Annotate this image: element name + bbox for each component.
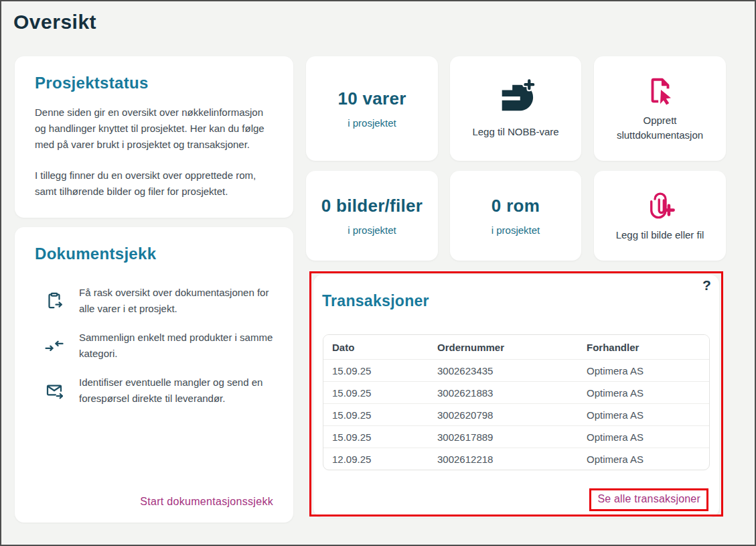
nobb-logo-plus-icon <box>494 78 538 117</box>
cell-order-number: 3002620798 <box>437 403 587 425</box>
create-final-documentation-label: Opprett sluttdokumentasjon <box>594 113 726 143</box>
table-row: 15.09.25 3002621883 Optimera AS <box>323 381 709 403</box>
cell-date: 15.09.25 <box>323 425 437 448</box>
cell-order-number: 3002612218 <box>437 448 587 470</box>
transactions-table: Dato Ordernummer Forhandler 15.09.25 300… <box>323 334 710 470</box>
cell-date: 12.09.25 <box>323 448 437 470</box>
varer-caption: i prosjektet <box>348 117 396 129</box>
list-item-text: Sammenlign enkelt med produkter i samme … <box>79 330 273 362</box>
column-header-dato: Dato <box>323 335 437 359</box>
document-arrow-cursor-icon <box>645 75 676 106</box>
cell-dealer: Optimera AS <box>587 448 709 470</box>
page-title: Oversikt <box>13 11 96 33</box>
project-status-paragraph-1: Denne siden gir en oversikt over nøkkeli… <box>35 105 273 153</box>
cell-order-number: 3002617889 <box>437 425 587 448</box>
rom-stat-tile[interactable]: 0 rom i prosjektet <box>450 171 581 261</box>
project-status-card: Prosjektstatus Denne siden gir en oversi… <box>15 56 293 218</box>
create-final-documentation-tile[interactable]: Opprett sluttdokumentasjon <box>594 56 726 161</box>
help-icon[interactable]: ? <box>702 277 711 293</box>
compare-arrows-icon <box>44 336 64 356</box>
see-all-transactions-link[interactable]: Se alle transaksjoner <box>597 493 700 504</box>
bilder-filer-stat-tile[interactable]: 0 bilder/filer i prosjektet <box>306 171 438 261</box>
document-check-heading: Dokumentsjekk <box>35 245 273 263</box>
table-row: 12.09.25 3002612218 Optimera AS <box>323 448 709 470</box>
table-row: 15.09.25 3002617889 Optimera AS <box>323 425 709 448</box>
start-document-check-link[interactable]: Start dokumentasjonssjekk <box>140 496 273 508</box>
clipboard-export-icon <box>44 291 64 311</box>
transactions-heading: Transaksjoner <box>322 292 429 310</box>
rom-count: 0 rom <box>492 196 540 216</box>
document-check-list: Få rask oversikt over dokumentasjonen fo… <box>44 285 273 407</box>
varer-count: 10 varer <box>337 88 406 109</box>
cell-dealer: Optimera AS <box>587 403 709 425</box>
paperclip-plus-icon <box>646 190 675 220</box>
add-image-or-file-tile[interactable]: Legg til bilde eller fil <box>594 171 726 261</box>
bilder-filer-count: 0 bilder/filer <box>321 196 423 216</box>
document-check-card: Dokumentsjekk Få rask oversikt over doku… <box>15 227 293 523</box>
table-row: 15.09.25 3002623435 Optimera AS <box>323 359 709 381</box>
cell-dealer: Optimera AS <box>587 425 709 448</box>
cell-order-number: 3002623435 <box>437 359 587 381</box>
cell-date: 15.09.25 <box>323 381 437 403</box>
list-item-text: Få rask oversikt over dokumentasjonen fo… <box>79 285 273 317</box>
column-header-ordernummer: Ordernummer <box>437 335 587 359</box>
rom-caption: i prosjektet <box>492 224 540 236</box>
add-image-or-file-label: Legg til bilde eller fil <box>607 228 714 243</box>
project-status-paragraph-2: I tillegg finner du en oversikt over opp… <box>35 167 273 200</box>
envelope-send-icon <box>44 381 64 401</box>
column-header-forhandler: Forhandler <box>587 335 709 359</box>
add-nobb-vare-tile[interactable]: Legg til NOBB-vare <box>450 56 581 161</box>
add-nobb-vare-label: Legg til NOBB-vare <box>463 125 568 139</box>
cell-dealer: Optimera AS <box>587 381 709 403</box>
see-all-transactions-annotation-box: Se alle transaksjoner <box>589 488 708 511</box>
cell-order-number: 3002621883 <box>437 381 587 403</box>
cell-dealer: Optimera AS <box>587 359 709 381</box>
cell-date: 15.09.25 <box>323 403 437 425</box>
cell-date: 15.09.25 <box>323 359 437 381</box>
table-header-row: Dato Ordernummer Forhandler <box>323 335 709 359</box>
table-row: 15.09.25 3002620798 Optimera AS <box>323 403 709 425</box>
varer-stat-tile[interactable]: 10 varer i prosjektet <box>306 56 438 161</box>
list-item: Sammenlign enkelt med produkter i samme … <box>44 330 273 362</box>
overview-page: Oversikt Prosjektstatus Denne siden gir … <box>0 0 756 546</box>
transactions-card: ? Transaksjoner Dato Ordernummer Forhand… <box>313 275 719 517</box>
project-status-heading: Prosjektstatus <box>35 74 273 92</box>
list-item: Identifiser eventuelle mangler og send e… <box>44 374 273 407</box>
list-item: Få rask oversikt over dokumentasjonen fo… <box>44 285 273 317</box>
list-item-text: Identifiser eventuelle mangler og send e… <box>79 374 273 407</box>
bilder-filer-caption: i prosjektet <box>348 224 396 236</box>
